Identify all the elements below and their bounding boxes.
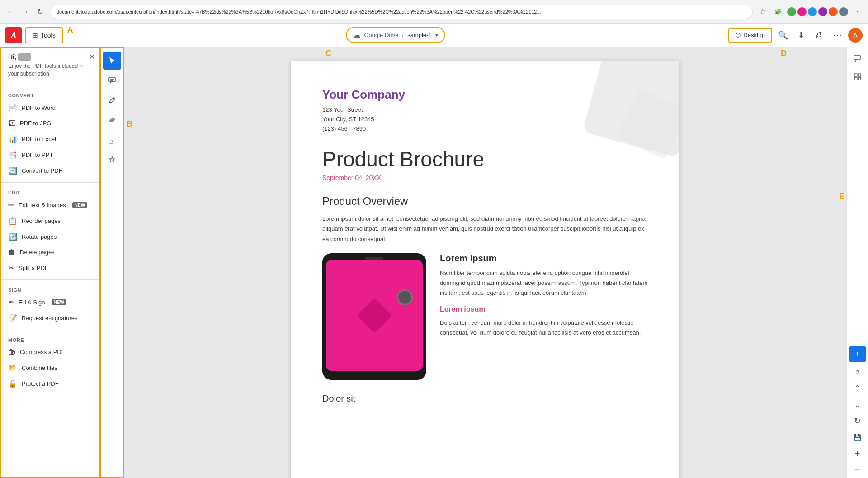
scroll-down-button[interactable]: ⌄	[849, 397, 866, 413]
address-bar[interactable]: documentcloud.adobe.com/gsuiteintegratio…	[50, 5, 753, 19]
desktop-button[interactable]: ⬡ Desktop	[728, 28, 772, 43]
header-center: ☁ Google Drive / sample-1 ▾ C	[63, 27, 729, 43]
search-button[interactable]: 🔍	[776, 28, 790, 43]
phone-camera	[397, 289, 413, 305]
combine-icon: 📂	[8, 364, 17, 372]
svg-rect-10	[858, 77, 861, 80]
sidebar-item-convert-to-pdf[interactable]: 🔄 Convert to PDF	[1, 163, 99, 179]
extensions-button[interactable]: 🧩	[772, 5, 784, 18]
pdf-sidebar-content: Lorem ipsum Nam liber tempor cum soluta …	[440, 253, 648, 380]
sidebar-item-request-esig[interactable]: 📝 Request e-signatures	[1, 310, 99, 326]
zoom-in-button[interactable]: +	[849, 445, 866, 462]
delete-icon: 🗑	[8, 248, 15, 256]
browser-bar: ← → ↻ documentcloud.adobe.com/gsuiteinte…	[0, 0, 868, 24]
request-esig-label: Request e-signatures	[22, 315, 78, 322]
pdf-to-word-icon: 📄	[8, 104, 17, 112]
edit-text-label: Edit text & images	[19, 202, 66, 208]
browser-icons: ☆ 🧩 ⋮	[756, 5, 863, 18]
pink-title: Lorem ipsum	[440, 305, 648, 313]
grid-view-button[interactable]	[849, 69, 866, 85]
convert-section-label: CONVERT	[1, 89, 99, 100]
sidebar-item-rotate[interactable]: 🔃 Rotate pages	[1, 229, 99, 245]
reload-button[interactable]: ↻	[33, 5, 46, 18]
svg-rect-7	[854, 74, 857, 76]
sidebar-item-protect[interactable]: 🔒 Protect a PDF	[1, 376, 99, 392]
sidebar-item-combine[interactable]: 📂 Combine files	[1, 360, 99, 376]
pdf-to-word-label: PDF to Word	[22, 104, 56, 111]
scroll-up-button[interactable]: ⌃	[849, 380, 866, 397]
sidebar-divider-3	[1, 279, 99, 280]
rotate-icon: 🔃	[8, 232, 17, 241]
sidebar-item-delete[interactable]: 🗑 Delete pages	[1, 245, 99, 260]
sidebar-divider-4	[1, 330, 99, 330]
edit-text-icon: ✏	[8, 201, 14, 209]
select-tool-button[interactable]	[103, 52, 121, 70]
more-options-button[interactable]: ⋯	[830, 28, 844, 43]
text-tool-button[interactable]: A	[103, 131, 121, 149]
breadcrumb-sep: /	[402, 32, 404, 39]
more-section-label: MORE	[1, 334, 99, 345]
pdf-to-jpg-label: PDF to JPG	[20, 120, 51, 127]
dolor-title: Dolor sit	[322, 393, 648, 404]
sidebar-item-compress[interactable]: 🗜 Compress a PDF	[1, 345, 99, 360]
forward-button[interactable]: →	[19, 5, 32, 18]
sidebar-item-fill-sign[interactable]: ✒ Fill & Sign NEW	[1, 294, 99, 310]
profile-avatar[interactable]: A	[848, 28, 863, 43]
pdf-date: September 04, 20XX	[322, 174, 648, 181]
sidebar-divider-1	[1, 85, 99, 85]
pdf-viewer[interactable]: Your Company 123 Your Street Your City, …	[124, 47, 846, 478]
tools-label: Tools	[41, 32, 56, 39]
stamp-tool-button[interactable]	[103, 151, 121, 169]
pdf-content-row: Lorem ipsum Nam liber tempor cum soluta …	[322, 253, 648, 380]
page-1-btn[interactable]: 1	[849, 346, 866, 362]
zoom-out-button[interactable]: −	[849, 462, 866, 478]
sidebar-item-reorder[interactable]: 📋 Reorder pages	[1, 213, 99, 229]
more-browser-button[interactable]: ⋮	[851, 5, 863, 18]
sidebar-item-pdf-to-ppt[interactable]: 📑 PDF to PPT	[1, 147, 99, 163]
request-esig-icon: 📝	[8, 314, 17, 322]
sidebar-greeting: Hi, —— Enjoy the PDF tools included in y…	[1, 48, 99, 81]
bookmark-star-button[interactable]: ☆	[756, 5, 769, 18]
file-dropdown-button[interactable]: ▾	[435, 32, 438, 38]
back-button[interactable]: ←	[5, 5, 17, 18]
sidebar-item-pdf-to-jpg[interactable]: 🖼 PDF to JPG	[1, 116, 99, 131]
right-toolbar: E 1 2 ⌃ ⌄ ↻ 💾 + −	[846, 47, 868, 478]
link-tool-button[interactable]	[103, 111, 121, 129]
greeting-subtitle: Enjoy the PDF tools included in your sub…	[8, 62, 92, 78]
convert-to-pdf-label: Convert to PDF	[22, 167, 62, 174]
sidebar-item-pdf-to-excel[interactable]: 📊 PDF to Excel	[1, 131, 99, 147]
file-breadcrumb: ☁ Google Drive / sample-1 ▾	[346, 27, 445, 43]
svg-line-3	[113, 98, 115, 99]
sidebar-item-edit-text[interactable]: ✏ Edit text & images NEW	[1, 197, 99, 213]
sidebar-item-pdf-to-word[interactable]: 📄 PDF to Word	[1, 100, 99, 116]
new-badge-edit: NEW	[72, 202, 87, 208]
comment-panel-button[interactable]	[849, 51, 866, 67]
browser-nav-btns: ← → ↻	[5, 5, 46, 18]
sidebar-item-split[interactable]: ✂ Split a PDF	[1, 260, 99, 276]
url-text: documentcloud.adobe.com/gsuiteintegratio…	[57, 9, 541, 14]
refresh-view-button[interactable]: ↻	[849, 413, 866, 429]
desktop-icon: ⬡	[736, 32, 741, 38]
reorder-icon: 📋	[8, 217, 17, 225]
tools-tab[interactable]: ⊞ Tools	[25, 27, 63, 43]
greeting-text: Hi,	[8, 53, 16, 61]
pdf-page: Your Company 123 Your Street Your City, …	[291, 61, 679, 478]
pdf-phone-image	[322, 253, 426, 380]
page-2-btn[interactable]: 2	[849, 364, 866, 380]
annotation-b: B	[127, 119, 132, 129]
adobe-logo: A	[5, 27, 22, 43]
delete-label: Delete pages	[20, 249, 55, 256]
print-button[interactable]: 🖨	[812, 28, 826, 43]
combine-label: Combine files	[22, 364, 57, 371]
draw-tool-button[interactable]	[103, 91, 121, 109]
annotation-a: A	[67, 25, 73, 35]
desktop-label: Desktop	[743, 32, 765, 38]
comment-tool-button[interactable]	[103, 71, 121, 90]
download-page-button[interactable]: 💾	[849, 429, 866, 445]
download-button[interactable]: ⬇	[794, 28, 808, 43]
sidebar-divider-2	[1, 182, 99, 183]
file-name: sample-1	[407, 32, 431, 38]
sign-section-label: SIGN	[1, 284, 99, 294]
left-sidebar: Hi, —— Enjoy the PDF tools included in y…	[0, 47, 100, 478]
close-greeting-button[interactable]: ✕	[89, 52, 95, 61]
